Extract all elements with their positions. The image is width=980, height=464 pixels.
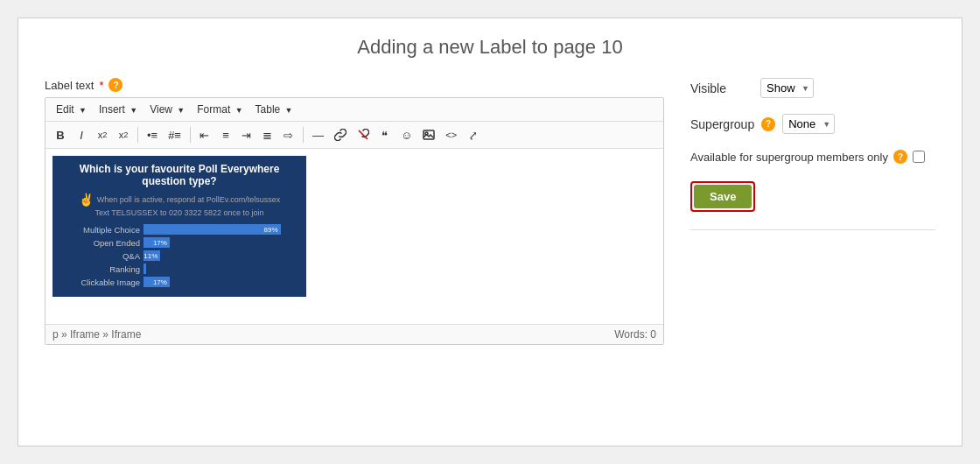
toolbar-align-justify[interactable]: ≣	[258, 125, 277, 144]
poll-bar-track: 11%	[144, 250, 298, 261]
main-layout: Label text * ? Edit ▼ Insert ▼ View ▼ Fo…	[45, 78, 935, 345]
available-label: Available for supergroup members only	[690, 151, 888, 164]
editor-body[interactable]: Which is your favourite Poll Everywhere …	[46, 149, 663, 324]
visible-select-wrapper: Show Hide	[760, 78, 814, 98]
poll-bar-fill: 17%	[144, 277, 170, 287]
visible-select[interactable]: Show Hide	[760, 78, 814, 98]
required-star: *	[99, 79, 103, 92]
toolbar-align-left[interactable]: ⇤	[195, 125, 214, 144]
poll-subtitle-1: When poll is active, respond at PollEv.c…	[97, 195, 280, 204]
available-checkbox[interactable]	[913, 151, 925, 163]
poll-subtitle: ✌ When poll is active, respond at PollEv…	[61, 193, 298, 217]
editor-toolbar: B I x2 x2 •≡ #≡ ⇤ ≡ ⇥ ≣ ⇨ —	[46, 122, 663, 149]
save-button-wrapper: Save	[690, 181, 755, 212]
page-wrapper: Adding a new Label to page 10 Label text…	[18, 18, 962, 446]
toolbar-numbered-list[interactable]: #≡	[164, 125, 186, 144]
poll-bar-label: Q&A	[61, 251, 140, 261]
menu-table[interactable]: Table ▼	[250, 102, 298, 117]
page-title: Adding a new Label to page 10	[45, 36, 935, 59]
svg-rect-1	[424, 130, 434, 139]
poll-bar-pct: 17%	[153, 278, 167, 286]
right-panel: Visible Show Hide Supergroup ? None	[690, 78, 935, 345]
toolbar-bullet-list[interactable]: •≡	[143, 125, 162, 144]
editor-section: Label text * ? Edit ▼ Insert ▼ View ▼ Fo…	[45, 78, 664, 345]
editor-word-count: Words: 0	[614, 328, 656, 341]
toolbar-subscript[interactable]: x2	[93, 125, 112, 144]
visible-row: Visible Show Hide	[690, 78, 935, 98]
poll-bar-pct: 89%	[264, 226, 278, 234]
poll-bar-fill: 89%	[144, 224, 281, 235]
toolbar-bold[interactable]: B	[51, 125, 70, 144]
supergroup-row: Supergroup ? None	[690, 114, 935, 134]
available-help-icon[interactable]: ?	[893, 150, 907, 164]
editor-menubar: Edit ▼ Insert ▼ View ▼ Format ▼ Table ▼	[46, 98, 663, 122]
poll-bar-row: Q&A11%	[61, 250, 298, 261]
supergroup-help-icon[interactable]: ?	[761, 117, 775, 131]
toolbar-superscript[interactable]: x2	[114, 125, 133, 144]
poll-bar-fill	[144, 264, 146, 274]
toolbar-link[interactable]	[330, 125, 351, 144]
poll-bar-track: 89%	[144, 224, 298, 235]
toolbar-sep-2	[190, 127, 191, 143]
toolbar-align-center[interactable]: ≡	[216, 125, 235, 144]
poll-bar-pct: 11%	[144, 252, 158, 260]
editor-breadcrumb: p » Iframe » Iframe	[52, 328, 141, 341]
poll-bar-label: Clickable Image	[61, 278, 140, 287]
toolbar-sep-3	[303, 127, 304, 143]
poll-title: Which is your favourite Poll Everywhere …	[61, 163, 298, 187]
poll-bar-fill: 11%	[144, 250, 160, 261]
poll-subtitle-2: Text TELSUSSEX to 020 3322 5822 once to …	[61, 208, 298, 217]
poll-bar-row: Clickable Image17%	[61, 277, 298, 287]
toolbar-align-block[interactable]: ⇨	[279, 125, 298, 144]
poll-bar-row: Open Ended17%	[61, 237, 298, 248]
label-help-icon[interactable]: ?	[108, 78, 122, 92]
toolbar-align-right[interactable]: ⇥	[237, 125, 256, 144]
visible-label: Visible	[690, 81, 752, 95]
available-row: Available for supergroup members only ?	[690, 150, 935, 164]
poll-bar-track	[144, 264, 298, 274]
supergroup-select-wrapper: None	[782, 114, 835, 134]
poll-bar-label: Open Ended	[61, 238, 140, 248]
editor-footer: p » Iframe » Iframe Words: 0	[46, 324, 663, 344]
poll-embed: Which is your favourite Poll Everywhere …	[52, 156, 306, 297]
toolbar-emoji[interactable]: ☺	[396, 125, 416, 144]
poll-bar-fill: 17%	[144, 237, 170, 248]
poll-bar-track: 17%	[144, 277, 298, 287]
toolbar-image[interactable]	[418, 125, 439, 144]
toolbar-sep-1	[137, 127, 138, 143]
editor-container: Edit ▼ Insert ▼ View ▼ Format ▼ Table ▼ …	[45, 97, 664, 345]
save-button[interactable]: Save	[694, 185, 752, 208]
poll-bar-row: Multiple Choice89%	[61, 224, 298, 235]
poll-bars: Multiple Choice89%Open Ended17%Q&A11%Ran…	[61, 224, 298, 287]
poll-bar-label: Multiple Choice	[61, 225, 140, 235]
toolbar-italic[interactable]: I	[72, 125, 91, 144]
poll-bar-label: Ranking	[61, 264, 140, 274]
menu-edit[interactable]: Edit ▼	[51, 102, 92, 117]
menu-format[interactable]: Format ▼	[192, 102, 248, 117]
supergroup-select[interactable]: None	[782, 114, 835, 134]
poll-bar-row: Ranking	[61, 264, 298, 274]
toolbar-unlink[interactable]	[353, 125, 374, 144]
label-text-label: Label text	[45, 79, 94, 92]
menu-view[interactable]: View ▼	[144, 102, 190, 117]
menu-insert[interactable]: Insert ▼	[94, 102, 143, 117]
svg-line-0	[359, 130, 368, 139]
poll-bar-track: 17%	[144, 237, 298, 248]
label-text-row: Label text * ?	[45, 78, 664, 92]
poll-bar-pct: 17%	[153, 239, 167, 247]
toolbar-fullscreen[interactable]: ⤤	[463, 125, 482, 144]
divider	[690, 229, 935, 230]
supergroup-label: Supergroup	[690, 117, 754, 131]
toolbar-source[interactable]: <>	[441, 125, 461, 144]
toolbar-hr[interactable]: —	[308, 125, 328, 144]
toolbar-blockquote[interactable]: ❝	[375, 125, 395, 144]
